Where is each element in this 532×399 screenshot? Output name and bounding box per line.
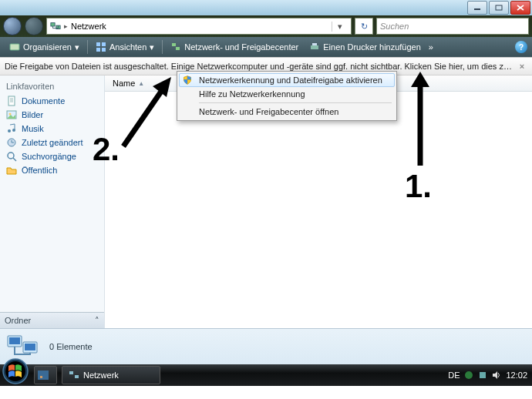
command-bar: Organisieren▾ Ansichten▾ Netzwerk- und F… <box>0 37 532 57</box>
svg-rect-28 <box>69 371 73 374</box>
chevron-up-icon: ˄ <box>95 316 99 326</box>
start-button[interactable] <box>2 357 29 385</box>
network-center-icon <box>170 42 181 52</box>
window-titlebar <box>0 0 532 15</box>
content-view: Name ▲ Netzwerkerkennung und Dateifreiga… <box>105 75 532 328</box>
taskbar-show-desktop[interactable] <box>34 366 57 384</box>
network-large-icon <box>6 333 42 360</box>
views-icon <box>96 42 106 52</box>
help-button[interactable]: ? <box>515 41 527 53</box>
information-bar-text: Die Freigabe von Dateien ist ausgeschalt… <box>5 62 517 71</box>
tray-volume-icon[interactable] <box>492 370 501 380</box>
svg-rect-29 <box>75 375 79 378</box>
network-icon <box>50 21 61 32</box>
svg-point-30 <box>465 371 473 379</box>
sort-asc-icon: ▲ <box>138 80 144 87</box>
taskbar-app-netzwerk[interactable]: Netzwerk <box>62 366 160 384</box>
music-icon <box>6 123 17 134</box>
details-count: 0 Elemente <box>49 342 93 351</box>
show-desktop-icon <box>38 370 49 380</box>
address-bar[interactable]: ▸ Netzwerk ▾ <box>46 18 352 35</box>
separator <box>162 40 163 54</box>
folder-icon <box>6 165 17 176</box>
sidebar-item-dokumente[interactable]: Dokumente <box>0 94 104 108</box>
taskbar-clock[interactable]: 12:02 <box>506 370 527 380</box>
network-center-button[interactable]: Netzwerk- und Freigabecenter <box>166 39 303 55</box>
add-printer-button[interactable]: Einen Drucker hinzufügen <box>305 39 426 55</box>
svg-rect-7 <box>96 48 100 52</box>
main-area: Linkfavoriten Dokumente Bilder Musik Zul… <box>0 75 532 328</box>
svg-rect-0 <box>474 8 480 10</box>
refresh-button[interactable]: ↻ <box>355 18 373 35</box>
search-input[interactable]: Suchen <box>376 18 529 35</box>
views-menu[interactable]: Ansichten▾ <box>91 39 159 55</box>
svg-rect-31 <box>480 372 486 378</box>
taskbar: Netzwerk DE 12:02 <box>0 364 532 386</box>
svg-rect-9 <box>172 43 176 46</box>
separator <box>87 40 88 54</box>
recent-icon <box>6 137 17 148</box>
svg-rect-26 <box>38 370 49 380</box>
close-button[interactable] <box>510 1 530 15</box>
language-indicator[interactable]: DE <box>448 370 460 380</box>
svg-rect-27 <box>40 376 42 378</box>
favorites-caption: Linkfavoriten <box>0 80 104 94</box>
maximize-button[interactable] <box>489 1 509 15</box>
svg-rect-5 <box>96 42 100 46</box>
sidebar-item-musik[interactable]: Musik <box>0 122 104 136</box>
tray-network-icon[interactable] <box>464 370 473 380</box>
context-item-open-center[interactable]: Netzwerk- und Freigabecenter öffnen <box>179 105 395 119</box>
address-dropdown-icon[interactable]: ▾ <box>332 22 348 32</box>
overflow-chevron-icon[interactable]: » <box>429 42 433 52</box>
navigation-bar: ▸ Netzwerk ▾ ↻ Suchen <box>0 15 532 37</box>
printer-icon <box>309 42 320 52</box>
system-tray: DE 12:02 <box>448 370 532 380</box>
context-item-help[interactable]: Hilfe zu Netzwerkerkennung <box>179 87 395 101</box>
svg-rect-6 <box>102 42 106 46</box>
organize-menu[interactable]: Organisieren▾ <box>5 39 84 55</box>
svg-rect-2 <box>51 23 55 26</box>
network-icon <box>69 370 79 380</box>
svg-rect-1 <box>496 5 502 10</box>
menu-separator <box>199 102 392 103</box>
tray-unknown-icon[interactable] <box>478 370 487 380</box>
context-menu: Netzwerkerkennung und Dateifreigabe akti… <box>177 71 397 121</box>
forward-button[interactable] <box>25 17 43 35</box>
information-bar-close-icon[interactable]: × <box>517 62 527 71</box>
context-item-activate-discovery[interactable]: Netzwerkerkennung und Dateifreigabe akti… <box>179 73 395 87</box>
svg-rect-4 <box>10 44 19 50</box>
svg-rect-23 <box>25 344 35 350</box>
svg-point-16 <box>8 129 11 132</box>
svg-rect-21 <box>9 337 20 344</box>
svg-rect-10 <box>176 47 180 50</box>
svg-point-19 <box>8 153 14 159</box>
shield-icon <box>183 75 192 86</box>
breadcrumb-chevron-icon: ▸ <box>64 22 68 30</box>
svg-rect-11 <box>311 45 318 49</box>
details-pane: 0 Elemente <box>0 328 532 364</box>
sidebar-item-suchvorgaenge[interactable]: Suchvorgänge <box>0 149 104 163</box>
back-button[interactable] <box>3 17 22 35</box>
folders-pane-header[interactable]: Ordner ˄ <box>0 312 104 328</box>
document-icon <box>6 96 17 106</box>
search-placeholder: Suchen <box>380 22 409 31</box>
searches-icon <box>6 151 17 162</box>
organize-icon <box>9 42 20 52</box>
sidebar-item-zuletzt[interactable]: Zuletzt geändert <box>0 136 104 149</box>
svg-rect-12 <box>312 43 317 45</box>
svg-rect-13 <box>8 96 15 106</box>
minimize-button[interactable] <box>467 1 487 15</box>
svg-point-17 <box>12 129 15 132</box>
svg-rect-8 <box>102 48 106 52</box>
sidebar-item-bilder[interactable]: Bilder <box>0 108 104 122</box>
sidebar-item-oeffentlich[interactable]: Öffentlich <box>0 163 104 177</box>
pictures-icon <box>6 109 17 120</box>
navigation-pane: Linkfavoriten Dokumente Bilder Musik Zul… <box>0 75 105 328</box>
address-location: Netzwerk <box>71 22 106 31</box>
